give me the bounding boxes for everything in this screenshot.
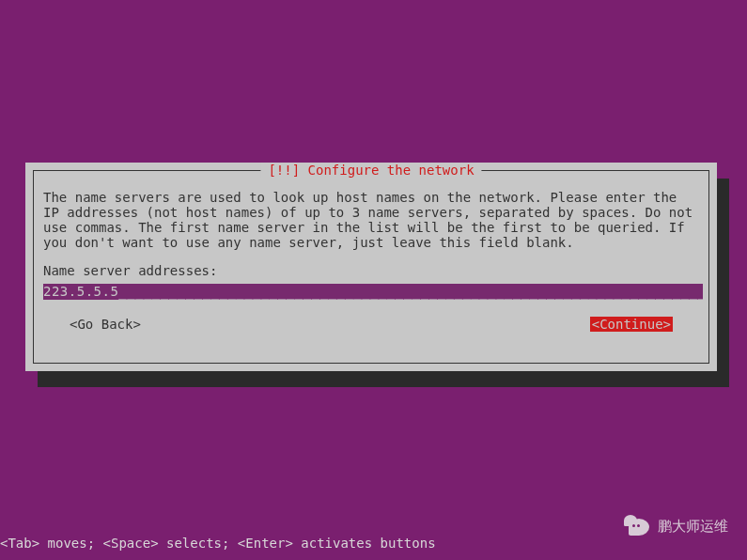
nameserver-value: 223.5.5.5 (43, 284, 118, 299)
dialog-body-text: The name servers are used to look up hos… (43, 190, 699, 250)
dialog-inner: [!!] Configure the network The name serv… (33, 170, 709, 364)
input-padding: ________________________________________… (118, 284, 703, 299)
footer-hint: <Tab> moves; <Space> selects; <Enter> ac… (0, 536, 436, 551)
go-back-button[interactable]: <Go Back> (70, 317, 141, 332)
dialog: [!!] Configure the network The name serv… (25, 163, 717, 371)
watermark: 鹏大师运维 (624, 515, 728, 537)
wechat-icon (624, 515, 650, 537)
continue-button[interactable]: <Continue> (590, 317, 673, 332)
button-row: <Go Back> <Continue> (43, 317, 699, 332)
watermark-text: 鹏大师运维 (658, 518, 728, 536)
nameserver-input[interactable]: 223.5.5.5_______________________________… (43, 284, 703, 300)
dialog-title: [!!] Configure the network (260, 163, 481, 178)
field-label: Name server addresses: (43, 263, 699, 278)
